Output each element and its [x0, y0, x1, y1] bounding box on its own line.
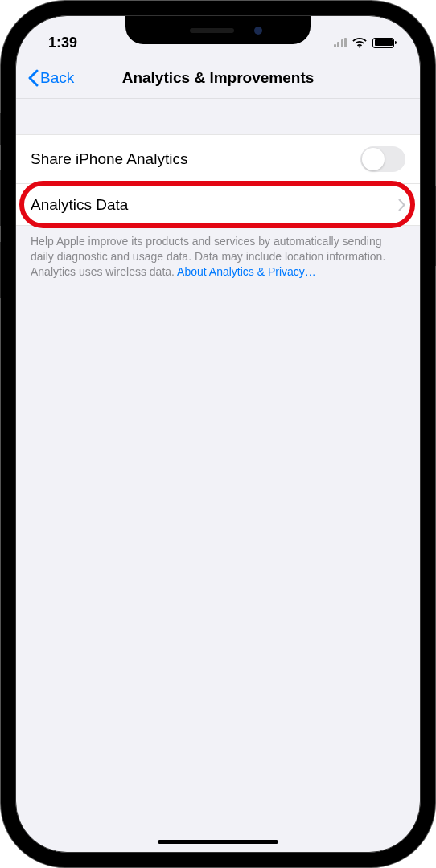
row-label: Share iPhone Analytics	[31, 150, 187, 168]
screen: 1:39 Back Analytics & Improveme	[15, 15, 421, 853]
share-analytics-toggle[interactable]	[360, 146, 405, 172]
side-button	[0, 170, 1, 226]
status-time: 1:39	[48, 35, 77, 51]
back-label: Back	[40, 69, 74, 87]
front-camera	[254, 27, 262, 35]
row-analytics-data[interactable]: Analytics Data	[16, 183, 420, 225]
back-button[interactable]: Back	[27, 69, 74, 87]
settings-list: Share iPhone Analytics Analytics Data	[16, 134, 420, 226]
speaker-slot	[190, 28, 234, 33]
footer-description: Help Apple improve its products and serv…	[16, 226, 420, 280]
chevron-left-icon	[27, 69, 39, 87]
row-share-analytics[interactable]: Share iPhone Analytics	[16, 135, 420, 183]
about-analytics-privacy-link[interactable]: About Analytics & Privacy…	[177, 265, 316, 278]
content-area: Share iPhone Analytics Analytics Data He…	[16, 99, 420, 280]
side-button	[0, 113, 1, 145]
navigation-bar: Back Analytics & Improvements	[16, 55, 420, 99]
row-label: Analytics Data	[31, 196, 128, 214]
status-icons	[334, 38, 395, 48]
cellular-icon	[334, 38, 348, 47]
device-frame: 1:39 Back Analytics & Improveme	[1, 1, 435, 867]
wifi-icon	[352, 38, 367, 48]
side-button	[0, 242, 1, 298]
notch	[125, 16, 311, 44]
toggle-knob	[362, 148, 385, 170]
page-title: Analytics & Improvements	[16, 69, 420, 87]
battery-icon	[372, 38, 394, 48]
home-indicator[interactable]	[158, 840, 278, 844]
chevron-right-icon	[398, 199, 405, 211]
